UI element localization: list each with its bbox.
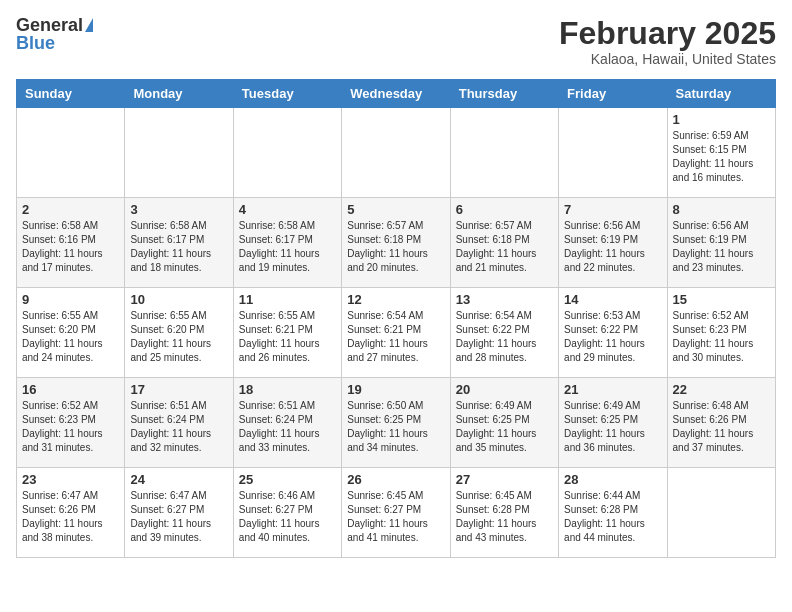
calendar-cell: 8Sunrise: 6:56 AM Sunset: 6:19 PM Daylig… bbox=[667, 198, 775, 288]
day-info: Sunrise: 6:44 AM Sunset: 6:28 PM Dayligh… bbox=[564, 489, 661, 545]
calendar-cell: 1Sunrise: 6:59 AM Sunset: 6:15 PM Daylig… bbox=[667, 108, 775, 198]
day-info: Sunrise: 6:47 AM Sunset: 6:26 PM Dayligh… bbox=[22, 489, 119, 545]
calendar-cell: 4Sunrise: 6:58 AM Sunset: 6:17 PM Daylig… bbox=[233, 198, 341, 288]
calendar-cell bbox=[125, 108, 233, 198]
calendar-cell bbox=[559, 108, 667, 198]
day-info: Sunrise: 6:52 AM Sunset: 6:23 PM Dayligh… bbox=[673, 309, 770, 365]
calendar-cell: 7Sunrise: 6:56 AM Sunset: 6:19 PM Daylig… bbox=[559, 198, 667, 288]
calendar-cell: 3Sunrise: 6:58 AM Sunset: 6:17 PM Daylig… bbox=[125, 198, 233, 288]
calendar-cell: 18Sunrise: 6:51 AM Sunset: 6:24 PM Dayli… bbox=[233, 378, 341, 468]
logo-blue-text: Blue bbox=[16, 34, 55, 52]
day-number: 15 bbox=[673, 292, 770, 307]
day-info: Sunrise: 6:57 AM Sunset: 6:18 PM Dayligh… bbox=[456, 219, 553, 275]
day-number: 18 bbox=[239, 382, 336, 397]
calendar-cell: 25Sunrise: 6:46 AM Sunset: 6:27 PM Dayli… bbox=[233, 468, 341, 558]
day-info: Sunrise: 6:56 AM Sunset: 6:19 PM Dayligh… bbox=[564, 219, 661, 275]
day-info: Sunrise: 6:49 AM Sunset: 6:25 PM Dayligh… bbox=[456, 399, 553, 455]
calendar-cell: 5Sunrise: 6:57 AM Sunset: 6:18 PM Daylig… bbox=[342, 198, 450, 288]
day-number: 16 bbox=[22, 382, 119, 397]
day-info: Sunrise: 6:57 AM Sunset: 6:18 PM Dayligh… bbox=[347, 219, 444, 275]
day-of-week-header: Tuesday bbox=[233, 80, 341, 108]
logo-triangle-icon bbox=[85, 18, 93, 32]
calendar-week-row: 9Sunrise: 6:55 AM Sunset: 6:20 PM Daylig… bbox=[17, 288, 776, 378]
calendar-cell: 14Sunrise: 6:53 AM Sunset: 6:22 PM Dayli… bbox=[559, 288, 667, 378]
day-number: 24 bbox=[130, 472, 227, 487]
calendar-cell: 19Sunrise: 6:50 AM Sunset: 6:25 PM Dayli… bbox=[342, 378, 450, 468]
day-info: Sunrise: 6:49 AM Sunset: 6:25 PM Dayligh… bbox=[564, 399, 661, 455]
day-number: 19 bbox=[347, 382, 444, 397]
day-number: 22 bbox=[673, 382, 770, 397]
day-number: 17 bbox=[130, 382, 227, 397]
calendar-cell: 28Sunrise: 6:44 AM Sunset: 6:28 PM Dayli… bbox=[559, 468, 667, 558]
calendar-cell: 26Sunrise: 6:45 AM Sunset: 6:27 PM Dayli… bbox=[342, 468, 450, 558]
day-number: 20 bbox=[456, 382, 553, 397]
day-number: 21 bbox=[564, 382, 661, 397]
day-number: 6 bbox=[456, 202, 553, 217]
calendar-header-row: SundayMondayTuesdayWednesdayThursdayFrid… bbox=[17, 80, 776, 108]
day-number: 5 bbox=[347, 202, 444, 217]
day-info: Sunrise: 6:58 AM Sunset: 6:17 PM Dayligh… bbox=[239, 219, 336, 275]
calendar-cell: 22Sunrise: 6:48 AM Sunset: 6:26 PM Dayli… bbox=[667, 378, 775, 468]
day-number: 1 bbox=[673, 112, 770, 127]
calendar-cell: 2Sunrise: 6:58 AM Sunset: 6:16 PM Daylig… bbox=[17, 198, 125, 288]
day-number: 28 bbox=[564, 472, 661, 487]
day-number: 14 bbox=[564, 292, 661, 307]
day-info: Sunrise: 6:59 AM Sunset: 6:15 PM Dayligh… bbox=[673, 129, 770, 185]
day-of-week-header: Thursday bbox=[450, 80, 558, 108]
day-info: Sunrise: 6:45 AM Sunset: 6:27 PM Dayligh… bbox=[347, 489, 444, 545]
location-title: Kalaoa, Hawaii, United States bbox=[559, 51, 776, 67]
calendar-cell: 27Sunrise: 6:45 AM Sunset: 6:28 PM Dayli… bbox=[450, 468, 558, 558]
calendar-cell: 11Sunrise: 6:55 AM Sunset: 6:21 PM Dayli… bbox=[233, 288, 341, 378]
calendar-cell bbox=[342, 108, 450, 198]
logo-general-text: General bbox=[16, 16, 83, 34]
day-of-week-header: Wednesday bbox=[342, 80, 450, 108]
day-info: Sunrise: 6:53 AM Sunset: 6:22 PM Dayligh… bbox=[564, 309, 661, 365]
calendar-cell: 10Sunrise: 6:55 AM Sunset: 6:20 PM Dayli… bbox=[125, 288, 233, 378]
calendar-week-row: 2Sunrise: 6:58 AM Sunset: 6:16 PM Daylig… bbox=[17, 198, 776, 288]
calendar-cell bbox=[17, 108, 125, 198]
calendar-cell bbox=[667, 468, 775, 558]
calendar-cell: 9Sunrise: 6:55 AM Sunset: 6:20 PM Daylig… bbox=[17, 288, 125, 378]
day-info: Sunrise: 6:58 AM Sunset: 6:17 PM Dayligh… bbox=[130, 219, 227, 275]
day-info: Sunrise: 6:51 AM Sunset: 6:24 PM Dayligh… bbox=[239, 399, 336, 455]
day-number: 10 bbox=[130, 292, 227, 307]
day-number: 3 bbox=[130, 202, 227, 217]
day-number: 23 bbox=[22, 472, 119, 487]
calendar-cell: 17Sunrise: 6:51 AM Sunset: 6:24 PM Dayli… bbox=[125, 378, 233, 468]
calendar-cell bbox=[450, 108, 558, 198]
day-info: Sunrise: 6:45 AM Sunset: 6:28 PM Dayligh… bbox=[456, 489, 553, 545]
day-info: Sunrise: 6:55 AM Sunset: 6:20 PM Dayligh… bbox=[22, 309, 119, 365]
calendar-cell: 15Sunrise: 6:52 AM Sunset: 6:23 PM Dayli… bbox=[667, 288, 775, 378]
calendar-week-row: 1Sunrise: 6:59 AM Sunset: 6:15 PM Daylig… bbox=[17, 108, 776, 198]
day-info: Sunrise: 6:54 AM Sunset: 6:21 PM Dayligh… bbox=[347, 309, 444, 365]
calendar-cell bbox=[233, 108, 341, 198]
calendar-cell: 16Sunrise: 6:52 AM Sunset: 6:23 PM Dayli… bbox=[17, 378, 125, 468]
calendar-table: SundayMondayTuesdayWednesdayThursdayFrid… bbox=[16, 79, 776, 558]
calendar-cell: 6Sunrise: 6:57 AM Sunset: 6:18 PM Daylig… bbox=[450, 198, 558, 288]
calendar-cell: 21Sunrise: 6:49 AM Sunset: 6:25 PM Dayli… bbox=[559, 378, 667, 468]
day-info: Sunrise: 6:55 AM Sunset: 6:20 PM Dayligh… bbox=[130, 309, 227, 365]
title-area: February 2025 Kalaoa, Hawaii, United Sta… bbox=[559, 16, 776, 67]
calendar-cell: 12Sunrise: 6:54 AM Sunset: 6:21 PM Dayli… bbox=[342, 288, 450, 378]
calendar-cell: 20Sunrise: 6:49 AM Sunset: 6:25 PM Dayli… bbox=[450, 378, 558, 468]
day-info: Sunrise: 6:55 AM Sunset: 6:21 PM Dayligh… bbox=[239, 309, 336, 365]
day-number: 4 bbox=[239, 202, 336, 217]
month-title: February 2025 bbox=[559, 16, 776, 51]
day-info: Sunrise: 6:52 AM Sunset: 6:23 PM Dayligh… bbox=[22, 399, 119, 455]
calendar-cell: 24Sunrise: 6:47 AM Sunset: 6:27 PM Dayli… bbox=[125, 468, 233, 558]
logo: General Blue bbox=[16, 16, 93, 52]
day-number: 8 bbox=[673, 202, 770, 217]
day-info: Sunrise: 6:46 AM Sunset: 6:27 PM Dayligh… bbox=[239, 489, 336, 545]
day-info: Sunrise: 6:50 AM Sunset: 6:25 PM Dayligh… bbox=[347, 399, 444, 455]
day-number: 27 bbox=[456, 472, 553, 487]
day-of-week-header: Monday bbox=[125, 80, 233, 108]
day-info: Sunrise: 6:54 AM Sunset: 6:22 PM Dayligh… bbox=[456, 309, 553, 365]
day-info: Sunrise: 6:47 AM Sunset: 6:27 PM Dayligh… bbox=[130, 489, 227, 545]
day-number: 25 bbox=[239, 472, 336, 487]
page-header: General Blue February 2025 Kalaoa, Hawai… bbox=[16, 16, 776, 67]
day-of-week-header: Friday bbox=[559, 80, 667, 108]
day-of-week-header: Sunday bbox=[17, 80, 125, 108]
day-number: 2 bbox=[22, 202, 119, 217]
day-info: Sunrise: 6:48 AM Sunset: 6:26 PM Dayligh… bbox=[673, 399, 770, 455]
day-info: Sunrise: 6:58 AM Sunset: 6:16 PM Dayligh… bbox=[22, 219, 119, 275]
